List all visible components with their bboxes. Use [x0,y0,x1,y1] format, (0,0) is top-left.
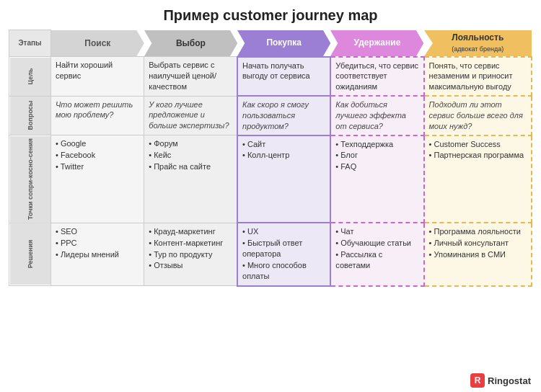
list-item: Сайт [242,139,325,150]
list-item: Много способов оплаты [242,260,325,282]
list-item: Customer Success [429,139,527,150]
list-item: Форум [149,138,232,149]
cell-1-0: Что может решить мою проблему? [50,96,144,135]
data-row-1: ВопросыЧто может решить мою проблему?У к… [9,96,532,135]
stage-cell-4: Лояльность(адвокат бренда) [424,30,532,57]
data-row-0: ЦельНайти хороший сервисВыбрать сервис с… [9,57,532,97]
list-item: Лидеры мнений [56,249,139,260]
cell-1-2: Как скоро я смогу пользоваться продуктом… [237,96,330,135]
cell-2-1: ФорумКейсПрайс на сайте [144,135,237,223]
data-row-2: Точки сопри-косно-сенияGoogleFacebookTwi… [9,135,532,223]
page: Пример customer journey map ЭтапыПоискВы… [0,0,541,392]
journey-table: ЭтапыПоискВыборПокупкаУдержаниеЛояльност… [9,30,532,287]
list-item: Крауд-маркетинг [149,226,232,237]
table-wrap: ЭтапыПоискВыборПокупкаУдержаниеЛояльност… [9,30,532,287]
logo-icon: R [470,373,485,388]
stages-label: Этапы [9,30,51,57]
stage-cell-1: Выбор [144,30,237,57]
row-label-0: Цель [9,57,51,97]
cell-1-4: Подходит ли этот сервис больше всего для… [424,96,532,135]
page-title: Пример customer journey map [9,7,532,24]
stage-cell-3: Удержание [330,30,423,57]
list-item: Google [56,138,139,149]
list-item: Партнерская программа [429,150,527,161]
list-item: SEO [56,226,139,237]
list-item: Упоминания в СМИ [429,249,527,260]
list-item: Рассылка с советами [335,249,418,271]
cell-1-3: Как добиться лучшего эффекта от сервиса? [330,96,423,135]
list-item: Быстрый ответ оператора [242,238,325,259]
list-item: FAQ [335,161,418,172]
list-item: Контент-маркетинг [149,238,232,249]
list-item: Чат [335,226,418,237]
list-item: Прайс на сайте [149,161,232,172]
cell-1-1: У кого лучшее предложение и больше экспе… [144,96,237,135]
list-item: Кейс [149,150,232,161]
cell-0-2: Начать получать выгоду от сервиса [237,57,330,97]
cell-3-0: SEOPPCЛидеры мнений [50,223,144,285]
list-item: PPC [56,238,139,249]
list-item: Тур по продукту [149,249,232,260]
list-item: Личный консультант [429,238,527,249]
stage-header-row: ЭтапыПоискВыборПокупкаУдержаниеЛояльност… [9,30,532,57]
logo-area: R Ringostat [470,373,531,388]
list-item: Блог [335,150,418,161]
list-item: Facebook [56,150,139,161]
data-row-3: РешенияSEOPPCЛидеры мненийКрауд-маркетин… [9,223,532,285]
list-item: Отзывы [149,260,232,271]
cell-2-2: СайтКолл-центр [237,135,330,223]
list-item: Колл-центр [242,150,325,161]
list-item: Программа лояльности [429,226,527,237]
cell-0-3: Убедиться, что сервис соответствует ожид… [330,57,423,97]
cell-2-4: Customer SuccessПартнерская программа [424,135,532,223]
cell-0-0: Найти хороший сервис [50,57,144,97]
cell-3-2: UXБыстрый ответ оператораМного способов … [237,223,330,285]
stage-cell-2: Покупка [237,30,330,57]
list-item: Техподдержка [335,139,418,150]
row-label-3: Решения [9,223,51,285]
cell-0-1: Выбрать сервис с наилучшей ценой/качеств… [144,57,237,97]
list-item: Twitter [56,161,139,172]
logo-text: Ringostat [488,375,531,386]
cell-3-3: ЧатОбучающие статьиРассылка с советами [330,223,423,285]
row-label-2: Точки сопри-косно-сения [9,135,51,223]
list-item: Обучающие статьи [335,238,418,249]
cell-0-4: Понять, что сервис незаменим и приносит … [424,57,532,97]
stage-cell-0: Поиск [50,30,144,57]
row-label-1: Вопросы [9,96,51,135]
cell-2-3: ТехподдержкаБлогFAQ [330,135,423,223]
cell-2-0: GoogleFacebookTwitter [50,135,144,223]
list-item: UX [242,226,325,237]
cell-3-1: Крауд-маркетингКонтент-маркетингТур по п… [144,223,237,285]
cell-3-4: Программа лояльностиЛичный консультантУп… [424,223,532,285]
